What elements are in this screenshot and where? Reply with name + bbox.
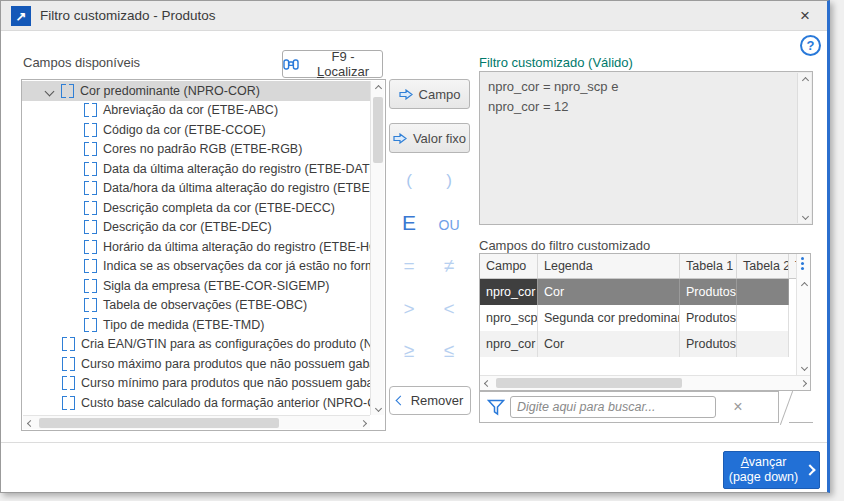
- scroll-down-icon[interactable]: [371, 401, 385, 415]
- and-operator[interactable]: E: [389, 211, 429, 235]
- grid-horizontal-scrollbar[interactable]: [480, 375, 810, 390]
- tree-vertical-scrollbar[interactable]: [370, 81, 384, 415]
- scroll-right-icon[interactable]: [796, 376, 810, 390]
- tree-item[interactable]: Código da cor (ETBE-CCOE): [22, 120, 370, 140]
- scroll-left-icon[interactable]: [480, 376, 494, 390]
- search-bar-slant-edge: [780, 391, 793, 425]
- tree-item[interactable]: Sigla da empresa (ETBE-COR-SIGEMP): [22, 276, 370, 296]
- filter-expression-memo[interactable]: npro_cor = npro_scp e npro_cor = 12: [479, 71, 813, 225]
- tree-item-label: Código da cor (ETBE-CCOE): [103, 123, 266, 137]
- or-operator[interactable]: OU: [429, 217, 469, 233]
- add-field-label: Campo: [419, 87, 461, 102]
- close-paren-operator[interactable]: ): [429, 171, 469, 191]
- scroll-up-icon[interactable]: [797, 278, 811, 292]
- scroll-left-icon[interactable]: [23, 416, 37, 430]
- column-header[interactable]: Legenda: [538, 254, 680, 278]
- column-options-icon[interactable]: [801, 257, 804, 260]
- tree-item-label: Data da última alteração do registro (ET…: [103, 162, 370, 176]
- tree-item-label: Tipo de medida (ETBE-TMD): [103, 318, 264, 332]
- tree-item-label: Horário da última alteração do registro …: [103, 240, 370, 254]
- add-field-button[interactable]: Campo: [389, 79, 470, 109]
- field-bracket-icon: [84, 318, 97, 332]
- close-icon[interactable]: ×: [793, 4, 817, 28]
- table-cell[interactable]: Produtos: [680, 305, 737, 331]
- scrollbar-thumb[interactable]: [39, 418, 279, 428]
- scroll-up-icon[interactable]: [798, 73, 812, 87]
- remove-button[interactable]: Remover: [389, 386, 471, 415]
- help-icon[interactable]: ?: [800, 35, 821, 56]
- tree-item[interactable]: Tabela de observações (ETBE-OBC): [22, 296, 370, 316]
- table-cell[interactable]: Cor: [538, 279, 680, 305]
- grid-header-row: Campo Legenda Tabela 1 Tabela 2 T: [480, 254, 810, 279]
- scroll-down-icon[interactable]: [797, 360, 811, 374]
- table-row[interactable]: npro_scp Segunda cor predominante Produt…: [480, 305, 810, 331]
- dialog-arrow-icon: ↗: [11, 6, 31, 26]
- scroll-down-icon[interactable]: [798, 209, 812, 223]
- memo-vertical-scrollbar[interactable]: [797, 73, 811, 223]
- scroll-up-icon[interactable]: [371, 81, 385, 95]
- table-cell[interactable]: npro_cor: [480, 279, 538, 305]
- table-cell[interactable]: [737, 279, 789, 305]
- f9-locate-button[interactable]: F9 - Localizar: [282, 50, 383, 78]
- grid-search-bar: ×: [479, 391, 779, 423]
- tree-item[interactable]: Curso mínimo para produtos que não possu…: [22, 374, 370, 394]
- tree-item-label: Descrição completa da cor (ETBE-DECC): [103, 201, 335, 215]
- available-fields-tree[interactable]: Cor predominante (NPRO-COR) Abreviação d…: [21, 79, 386, 431]
- available-fields-label: Campos disponíveis: [23, 55, 140, 70]
- column-header[interactable]: Tabela 2: [737, 254, 789, 278]
- titlebar: ↗ Filtro customizado - Produtos ×: [1, 1, 827, 31]
- field-bracket-icon: [84, 162, 97, 176]
- chevron-down-icon[interactable]: [46, 84, 53, 98]
- filter-fields-label: Campos do filtro customizado: [479, 238, 650, 253]
- field-bracket-icon: [62, 376, 75, 390]
- tree-item[interactable]: Descrição completa da cor (ETBE-DECC): [22, 198, 370, 218]
- tree-item-label: Cria EAN/GTIN para as configurações do p…: [81, 337, 370, 351]
- field-bracket-icon: [84, 103, 97, 117]
- tree-item[interactable]: Descrição da cor (ETBE-DEC): [22, 218, 370, 238]
- table-cell[interactable]: Produtos: [680, 279, 737, 305]
- table-row[interactable]: npro_cor Cor Produtos: [480, 331, 810, 357]
- add-fixed-value-button[interactable]: Valor fixo: [389, 123, 470, 153]
- tree-item[interactable]: Abreviação da cor (ETBE-ABC): [22, 101, 370, 121]
- less-equal-operator[interactable]: ≤: [429, 340, 469, 362]
- less-than-operator[interactable]: <: [429, 298, 469, 320]
- table-cell[interactable]: Segunda cor predominante: [538, 305, 680, 331]
- field-bracket-icon: [84, 181, 97, 195]
- scroll-right-icon[interactable]: [356, 416, 370, 430]
- table-cell[interactable]: [737, 305, 789, 331]
- table-cell[interactable]: [737, 331, 789, 357]
- filter-fields-grid[interactable]: Campo Legenda Tabela 1 Tabela 2 T npro_c…: [479, 253, 811, 391]
- tree-item[interactable]: Curso máximo para produtos que não possu…: [22, 354, 370, 374]
- open-paren-operator[interactable]: (: [389, 171, 429, 191]
- greater-equal-operator[interactable]: ≥: [389, 340, 429, 362]
- clear-search-icon[interactable]: ×: [728, 397, 748, 417]
- column-header[interactable]: Campo: [480, 254, 538, 278]
- tree-item[interactable]: Tipo de medida (ETBE-TMD): [22, 315, 370, 335]
- tree-item-label: Abreviação da cor (ETBE-ABC): [103, 103, 278, 117]
- tree-item[interactable]: Horário da última alteração do registro …: [22, 237, 370, 257]
- scrollbar-thumb[interactable]: [373, 97, 383, 163]
- tree-item[interactable]: Custo base calculado da formação anterio…: [22, 393, 370, 413]
- tree-item[interactable]: Indica se as observações da cor já estão…: [22, 257, 370, 277]
- not-equals-operator[interactable]: ≠: [429, 255, 469, 277]
- grid-vertical-scrollbar[interactable]: [796, 254, 810, 376]
- tree-item[interactable]: Cria EAN/GTIN para as configurações do p…: [22, 335, 370, 355]
- column-header[interactable]: Tabela 1: [680, 254, 737, 278]
- tree-item[interactable]: Cor predominante (NPRO-COR): [22, 81, 370, 101]
- tree-horizontal-scrollbar[interactable]: [23, 415, 370, 429]
- search-input[interactable]: [510, 396, 716, 418]
- table-cell[interactable]: Cor: [538, 331, 680, 357]
- add-fixed-value-label: Valor fixo: [413, 131, 466, 146]
- tree-item[interactable]: Data da última alteração do registro (ET…: [22, 159, 370, 179]
- tree-item[interactable]: Cores no padrão RGB (ETBE-RGB): [22, 140, 370, 160]
- table-cell[interactable]: Produtos: [680, 331, 737, 357]
- advance-button[interactable]: Avançar (page down): [723, 451, 820, 489]
- scrollbar-thumb[interactable]: [496, 378, 682, 388]
- tree-item-label: Indica se as observações da cor já estão…: [103, 259, 370, 273]
- equals-operator[interactable]: =: [389, 255, 429, 277]
- table-row[interactable]: npro_cor Cor Produtos: [480, 279, 810, 305]
- table-cell[interactable]: npro_scp: [480, 305, 538, 331]
- greater-than-operator[interactable]: >: [389, 298, 429, 320]
- table-cell[interactable]: npro_cor: [480, 331, 538, 357]
- tree-item[interactable]: Data/hora da última alteração do registr…: [22, 179, 370, 199]
